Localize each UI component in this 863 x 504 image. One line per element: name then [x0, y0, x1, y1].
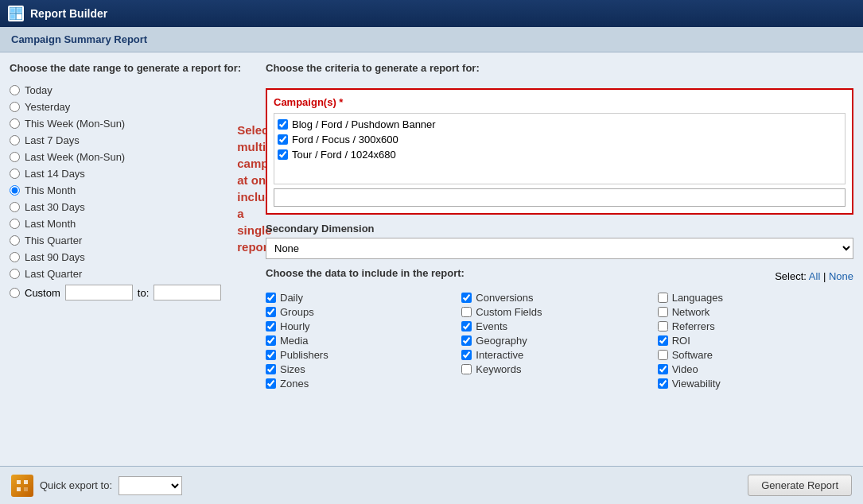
checkbox-media[interactable] — [266, 335, 276, 346]
select-all-link[interactable]: All — [809, 270, 820, 282]
label-referrers[interactable]: Referrers — [672, 320, 715, 332]
label-keywords[interactable]: Keywords — [476, 363, 521, 375]
radio-lastweek[interactable] — [10, 152, 20, 162]
campaign-checkbox-0[interactable] — [278, 119, 288, 130]
campaign-label-0[interactable]: Blog / Ford / Pushdown Banner — [292, 118, 436, 130]
check-groups: Groups — [266, 306, 461, 318]
campaign-checkbox-1[interactable] — [278, 134, 288, 145]
checkbox-zones[interactable] — [266, 378, 276, 389]
date-option-lastmonth: Last Month — [10, 215, 221, 232]
checkbox-hourly[interactable] — [266, 321, 276, 331]
checkbox-network[interactable] — [658, 307, 668, 317]
radio-yesterday[interactable] — [10, 102, 20, 112]
date-option-last90: Last 90 Days — [10, 249, 221, 266]
campaign-box: Campaign(s) * Blog / Ford / Pushdown Ban… — [266, 88, 853, 215]
label-thisweek[interactable]: This Week (Mon-Sun) — [25, 118, 125, 130]
checkbox-interactive[interactable] — [461, 350, 472, 360]
label-last14[interactable]: Last 14 Days — [25, 168, 85, 180]
check-customfields: Custom Fields — [461, 306, 657, 318]
label-geography[interactable]: Geography — [476, 335, 527, 347]
checkbox-sizes[interactable] — [266, 364, 276, 374]
label-network[interactable]: Network — [672, 306, 710, 318]
radio-thismonth[interactable] — [10, 185, 20, 196]
generate-report-button[interactable]: Generate Report — [748, 475, 852, 496]
checkbox-groups[interactable] — [266, 307, 276, 317]
checkbox-geography[interactable] — [461, 335, 472, 346]
required-marker: * — [339, 96, 343, 108]
app-window: Report Builder Campaign Summary Report C… — [0, 0, 863, 504]
label-languages[interactable]: Languages — [672, 292, 723, 304]
label-roi[interactable]: ROI — [672, 335, 690, 347]
label-yesterday[interactable]: Yesterday — [25, 101, 70, 113]
checkbox-roi[interactable] — [658, 335, 668, 346]
radio-lastmonth[interactable] — [10, 219, 20, 229]
radio-today[interactable] — [10, 85, 20, 95]
check-events: Events — [461, 320, 657, 332]
radio-last7[interactable] — [10, 135, 20, 145]
checkbox-referrers[interactable] — [658, 321, 668, 331]
label-media[interactable]: Media — [280, 335, 308, 347]
checkbox-viewability[interactable] — [658, 378, 668, 389]
label-viewability[interactable]: Viewability — [672, 378, 721, 390]
radio-lastquarter[interactable] — [10, 269, 20, 279]
radio-thisquarter[interactable] — [10, 235, 20, 246]
label-last7[interactable]: Last 7 Days — [25, 134, 80, 146]
custom-to-input[interactable]: 2016-08-12 — [154, 285, 221, 300]
radio-custom[interactable] — [10, 288, 20, 298]
svg-rect-4 — [17, 480, 21, 484]
label-last30[interactable]: Last 30 Days — [25, 201, 85, 213]
checkbox-languages[interactable] — [658, 293, 668, 303]
radio-thisweek[interactable] — [10, 118, 20, 129]
label-video[interactable]: Video — [672, 363, 698, 375]
quick-export-icon — [11, 475, 33, 497]
label-zones[interactable]: Zones — [280, 378, 309, 390]
label-sizes[interactable]: Sizes — [280, 363, 305, 375]
campaign-checkbox-2[interactable] — [278, 149, 288, 160]
label-thisquarter[interactable]: This Quarter — [25, 235, 82, 246]
checkbox-publishers[interactable] — [266, 350, 276, 360]
checkbox-customfields[interactable] — [461, 307, 472, 317]
checkbox-keywords[interactable] — [461, 364, 472, 374]
checkbox-daily[interactable] — [266, 293, 276, 303]
label-custom[interactable]: Custom — [25, 287, 60, 299]
quick-export: Quick export to: — [11, 475, 182, 497]
campaign-list[interactable]: Blog / Ford / Pushdown Banner Ford / Foc… — [274, 113, 846, 184]
svg-rect-3 — [17, 14, 21, 19]
label-thismonth[interactable]: This Month — [25, 184, 76, 196]
select-none-link[interactable]: None — [829, 270, 853, 282]
label-interactive[interactable]: Interactive — [476, 349, 523, 361]
quick-export-select[interactable] — [119, 476, 182, 495]
secondary-dimension-select[interactable]: None — [266, 238, 853, 259]
checkbox-video[interactable] — [658, 364, 668, 374]
label-conversions[interactable]: Conversions — [476, 292, 533, 304]
label-lastquarter[interactable]: Last Quarter — [25, 268, 82, 280]
campaign-label-2[interactable]: Tour / Ford / 1024x680 — [292, 149, 396, 161]
secondary-dimension: Secondary Dimension None — [266, 223, 853, 259]
label-lastmonth[interactable]: Last Month — [25, 218, 76, 230]
label-hourly[interactable]: Hourly — [280, 320, 310, 332]
label-customfields[interactable]: Custom Fields — [476, 306, 542, 318]
checkbox-events[interactable] — [461, 321, 472, 331]
label-daily[interactable]: Daily — [280, 292, 303, 304]
label-today[interactable]: Today — [25, 84, 52, 96]
checkbox-conversions[interactable] — [461, 293, 472, 303]
date-option-lastweek: Last Week (Mon-Sun) — [10, 149, 221, 165]
label-last90[interactable]: Last 90 Days — [25, 251, 85, 263]
checkboxes-grid: Daily Groups Hourly — [266, 292, 853, 390]
custom-from-input[interactable]: 2016-08-01 — [65, 285, 133, 300]
checkbox-software[interactable] — [658, 350, 668, 360]
campaign-label-1[interactable]: Ford / Focus / 300x600 — [292, 134, 398, 145]
label-lastweek[interactable]: Last Week (Mon-Sun) — [25, 151, 125, 163]
label-groups[interactable]: Groups — [280, 306, 314, 318]
date-option-thisquarter: This Quarter — [10, 232, 221, 249]
radio-last90[interactable] — [10, 252, 20, 262]
check-network: Network — [658, 306, 853, 318]
radio-last30[interactable] — [10, 202, 20, 212]
label-events[interactable]: Events — [476, 320, 507, 332]
campaign-search-input[interactable]: ford — [274, 188, 846, 207]
label-software[interactable]: Software — [672, 349, 713, 361]
label-publishers[interactable]: Publishers — [280, 349, 328, 361]
app-icon — [8, 6, 24, 21]
campaign-item-0: Blog / Ford / Pushdown Banner — [278, 117, 842, 132]
radio-last14[interactable] — [10, 169, 20, 179]
